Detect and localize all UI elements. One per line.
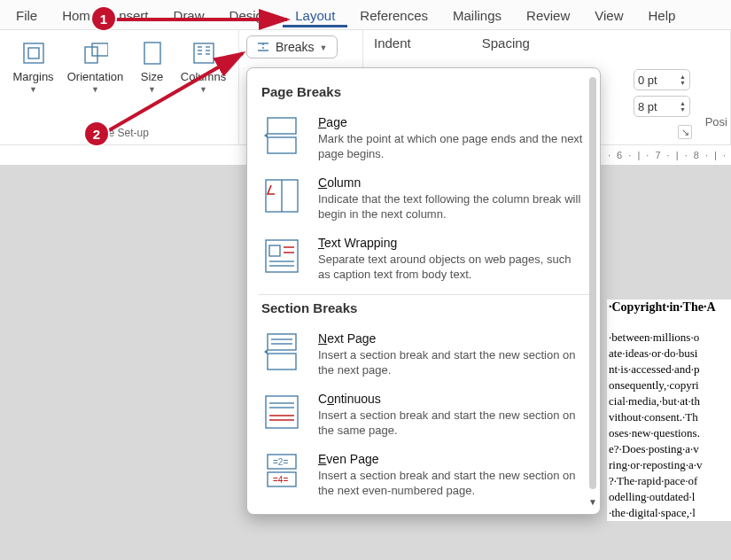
document-heading: ·Copyright·in·The·A [609, 299, 731, 315]
chevron-down-icon: ▼ [199, 85, 207, 94]
page-break-icon [261, 115, 302, 156]
annotation-badge-2: 2 [85, 122, 108, 145]
dropdown-header-section-breaks: Section Breaks [261, 300, 586, 315]
svg-rect-2 [85, 47, 97, 63]
svg-rect-29 [266, 396, 298, 428]
break-option-text-wrapping[interactable]: Text WrappingSeparate text around object… [261, 229, 586, 289]
svg-rect-1 [28, 48, 39, 58]
svg-rect-15 [268, 118, 296, 134]
break-option-page[interactable]: PageMark the point at which one page end… [261, 108, 586, 168]
margins-button[interactable]: Margins ▼ [9, 34, 58, 94]
svg-rect-3 [92, 43, 108, 56]
stepper-icon[interactable]: ▲▼ [680, 100, 686, 113]
position-button-partial[interactable]: Posi [705, 115, 727, 128]
svg-rect-4 [144, 43, 160, 64]
chevron-down-icon: ▼ [148, 85, 156, 94]
columns-icon [191, 41, 216, 66]
breaks-button[interactable]: Breaks ▼ [246, 35, 338, 58]
break-option-even-page[interactable]: =2==4= Even PageInsert a section break a… [261, 445, 586, 505]
text-line: ·the·digital·space,·l [609, 505, 731, 521]
item-title: Text Wrapping [318, 236, 586, 250]
document-text: ·Copyright·in·The·A ·between·millions·o … [607, 299, 731, 521]
breaks-dropdown: Page Breaks PageMark the point at which … [246, 67, 601, 515]
item-title: Even Page [318, 452, 586, 466]
text-line: ring·or·reposting·a·v [609, 457, 731, 473]
spacing-after-input[interactable]: 8 pt ▲▼ [634, 96, 690, 117]
chevron-down-icon: ▼ [29, 85, 37, 94]
tab-help[interactable]: Help [636, 3, 688, 27]
item-desc: Separate text around objects on web page… [318, 252, 586, 282]
breaks-label: Breaks [276, 40, 315, 54]
item-title: Next Page [318, 331, 586, 346]
svg-text:=2=: =2= [273, 457, 288, 467]
spacing-before-input[interactable]: 0 pt ▲▼ [634, 69, 690, 90]
item-title: Column [318, 175, 586, 190]
svg-text:=4=: =4= [273, 475, 288, 485]
text-line: ate·ideas·or·do·busi [609, 346, 731, 362]
text-line: cial·media,·but·at·th [609, 393, 731, 409]
text-line: vithout·consent.·Th [609, 409, 731, 425]
chevron-down-icon: ▼ [320, 43, 328, 52]
tab-layout[interactable]: Layout [283, 3, 347, 27]
text-wrapping-break-icon [261, 236, 302, 276]
spacing-before-value: 0 pt [638, 74, 657, 87]
dropdown-scrollbar[interactable] [589, 77, 596, 489]
break-option-column[interactable]: ColumnIndicate that the text following t… [261, 168, 586, 229]
stepper-icon[interactable]: ▲▼ [680, 74, 686, 86]
item-title: Continuous [318, 392, 586, 406]
breaks-icon [256, 40, 270, 54]
svg-rect-25 [268, 334, 296, 350]
tab-mailings[interactable]: Mailings [440, 3, 514, 27]
text-line: odelling·outdated·l [609, 489, 731, 505]
scroll-down-icon[interactable]: ▼ [588, 497, 597, 507]
item-desc: Indicate that the text following the col… [318, 191, 586, 222]
size-icon [140, 41, 165, 66]
svg-rect-16 [268, 137, 296, 153]
svg-rect-26 [268, 354, 296, 369]
break-option-continuous[interactable]: ContinuousInsert a section break and sta… [261, 385, 586, 445]
spacing-after-value: 8 pt [638, 100, 657, 113]
column-break-icon [261, 175, 302, 216]
orientation-button[interactable]: Orientation ▼ [64, 34, 128, 94]
columns-label: Columns [181, 71, 226, 83]
paragraph-dialog-launcher[interactable]: ↘ [678, 125, 692, 139]
continuous-break-icon [261, 392, 302, 432]
text-line: oses·new·questions. [609, 425, 731, 441]
ruler-text: · · 6 · | · 7 · | · 8 · | · [599, 150, 727, 160]
text-line: ?·The·rapid·pace·of [609, 473, 731, 489]
text-line: onsequently,·copyri [609, 377, 731, 393]
orientation-label: Orientation [67, 71, 124, 83]
even-page-break-icon: =2==4= [261, 452, 302, 493]
tab-file[interactable]: File [4, 3, 50, 27]
item-desc: Insert a section break and start the new… [318, 408, 586, 438]
svg-rect-20 [269, 245, 280, 256]
text-line: ·between·millions·o [609, 330, 731, 346]
svg-rect-5 [194, 43, 214, 63]
next-page-break-icon [261, 331, 302, 372]
tab-design[interactable]: Design [217, 3, 284, 27]
tab-view[interactable]: View [582, 3, 635, 27]
tab-draw[interactable]: Draw [161, 3, 217, 27]
annotation-badge-1: 1 [92, 7, 115, 30]
orientation-icon [83, 41, 108, 66]
break-option-next-page[interactable]: Next PageInsert a section break and star… [261, 324, 586, 385]
margins-label: Margins [12, 71, 53, 83]
tab-references[interactable]: References [347, 3, 440, 27]
svg-rect-0 [24, 43, 43, 63]
dropdown-header-page-breaks: Page Breaks [261, 84, 586, 99]
margins-icon [21, 41, 46, 66]
size-button[interactable]: Size ▼ [133, 34, 172, 94]
text-line: nt·is·accessed·and·p [609, 362, 731, 377]
columns-button[interactable]: Columns ▼ [177, 34, 230, 94]
item-desc: Insert a section break and start the new… [318, 468, 586, 498]
text-line: e?·Does·posting·a·v [609, 441, 731, 457]
item-desc: Insert a section break and start the new… [318, 347, 586, 377]
item-title: Page [318, 115, 586, 129]
chevron-down-icon: ▼ [91, 85, 99, 94]
size-label: Size [141, 71, 163, 83]
tab-review[interactable]: Review [514, 3, 582, 27]
item-desc: Mark the point at which one page ends an… [318, 131, 586, 161]
